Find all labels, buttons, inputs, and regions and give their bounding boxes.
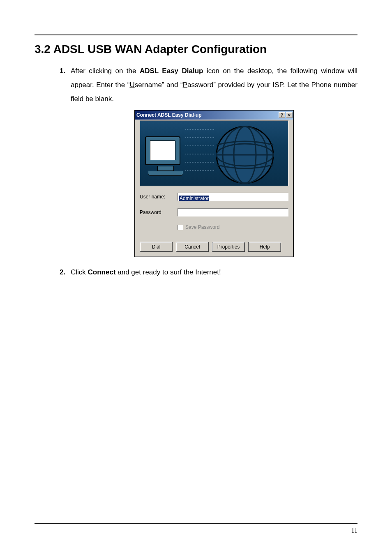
section-heading: 3.2 ADSL USB WAN Adapter Configuration: [35, 43, 357, 56]
dialog-body: User name: Administrator Password: Save …: [135, 120, 293, 257]
step1-u2: P: [183, 81, 187, 89]
page-footer: 11: [35, 520, 357, 534]
step-2: Click Connect and get ready to surf the …: [67, 265, 357, 279]
step1-bold: ADSL Easy Dialup: [140, 67, 203, 75]
page-number: 11: [35, 527, 357, 534]
step2-bold: Connect: [88, 268, 116, 276]
username-value: Administrator: [179, 196, 209, 201]
close-icon[interactable]: ×: [286, 112, 293, 118]
connect-dialog: Connect ADSL Easy Dial-up ? ×: [134, 110, 294, 257]
save-password-checkbox[interactable]: [178, 225, 183, 230]
banner-stripes: [185, 129, 214, 177]
globe-icon: [214, 124, 276, 186]
titlebar-buttons: ? ×: [279, 112, 293, 118]
password-input[interactable]: [178, 208, 288, 216]
step2-text-b: and get ready to surf the Internet!: [116, 268, 221, 276]
username-input[interactable]: Administrator: [178, 193, 288, 201]
titlebar-text: Connect ADSL Easy Dial-up: [136, 110, 279, 120]
help-button[interactable]: Help: [248, 242, 281, 252]
step1-text-c: sername” and “: [135, 81, 183, 89]
cancel-button[interactable]: Cancel: [176, 242, 209, 252]
help-icon[interactable]: ?: [279, 112, 285, 118]
rule-bottom: [35, 523, 357, 524]
rule-top: [35, 35, 357, 35]
banner-image: [140, 120, 288, 186]
dial-button[interactable]: Dial: [140, 242, 173, 252]
username-label: User name:: [140, 192, 178, 202]
step2-text-a: Click: [71, 268, 88, 276]
save-password-label: Save Password: [185, 222, 219, 232]
password-row: Password:: [140, 207, 288, 217]
properties-button[interactable]: Properties: [212, 242, 245, 252]
step1-text-a: After clicking on the: [71, 67, 140, 75]
button-row: Dial Cancel Properties Help: [140, 242, 288, 252]
step1-u1: U: [129, 81, 134, 89]
monitor-icon: [145, 136, 186, 181]
steps-list: After clicking on the ADSL Easy Dialup i…: [35, 64, 357, 279]
document-page: 3.2 ADSL USB WAN Adapter Configuration A…: [0, 0, 392, 555]
titlebar[interactable]: Connect ADSL Easy Dial-up ? ×: [135, 111, 293, 120]
save-password-row: Save Password: [178, 222, 288, 232]
step-1: After clicking on the ADSL Easy Dialup i…: [67, 64, 357, 257]
username-row: User name: Administrator: [140, 192, 288, 202]
password-label: Password:: [140, 207, 178, 217]
